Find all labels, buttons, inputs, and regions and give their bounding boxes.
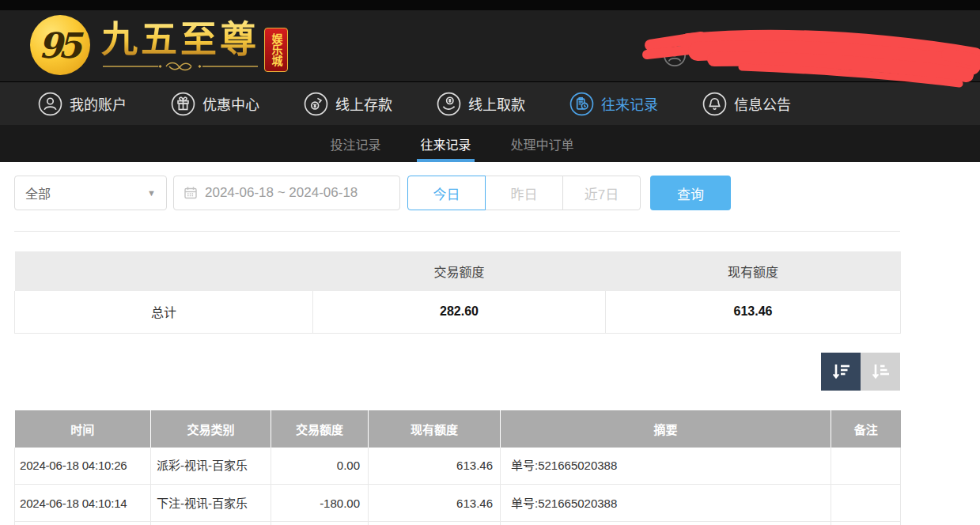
nav-label: 优惠中心 bbox=[202, 93, 259, 114]
table-row: 2024-06-18 04:10:14 下注-视讯-百家乐 -180.00 61… bbox=[15, 485, 901, 522]
nav-item-announcements[interactable]: 信息公告 bbox=[702, 92, 791, 116]
summary-table: 交易额度 现有额度 总计 282.60 613.46 bbox=[14, 251, 901, 334]
gift-icon bbox=[171, 92, 195, 116]
tab-pending-orders[interactable]: 处理中订单 bbox=[508, 125, 577, 162]
brand-header: 95 九五至尊 娱乐城 bbox=[0, 10, 980, 81]
cell-amount: 0.00 bbox=[271, 448, 369, 485]
summary-balance: 613.46 bbox=[606, 291, 901, 333]
cell-summary: 单号:521665020388 bbox=[501, 448, 831, 485]
sort-desc-icon bbox=[830, 361, 852, 383]
table-row-clipped bbox=[15, 522, 901, 525]
bell-icon bbox=[702, 92, 727, 116]
summary-header-empty bbox=[15, 251, 313, 291]
type-select[interactable]: 全部 ▼ bbox=[14, 176, 167, 210]
main-nav: 我的账户 优惠中心 线上存款 线上取款 往来 bbox=[0, 81, 980, 125]
summary-total-row: 总计 282.60 613.46 bbox=[15, 291, 901, 333]
filter-bar: 全部 ▼ 2024-06-18 ~ 2024-06-18 今日 昨日 近7日 查… bbox=[14, 176, 900, 210]
nav-label: 线上存款 bbox=[335, 93, 392, 114]
nav-label: 信息公告 bbox=[734, 93, 791, 114]
cell-remark bbox=[831, 485, 901, 522]
summary-header-balance: 现有额度 bbox=[606, 251, 901, 291]
table-row: 2024-06-18 04:10:26 派彩-视讯-百家乐 0.00 613.4… bbox=[15, 448, 901, 485]
quick-today-button[interactable]: 今日 bbox=[407, 176, 486, 210]
chevron-down-icon: ▼ bbox=[147, 188, 156, 198]
date-range-input[interactable]: 2024-06-18 ~ 2024-06-18 bbox=[173, 176, 400, 210]
badge-label: 娱乐城 bbox=[264, 28, 288, 72]
records-header-row: 时间 交易类别 交易额度 现有额度 摘要 备注 bbox=[15, 410, 901, 448]
quick-yesterday-button[interactable]: 昨日 bbox=[485, 176, 563, 210]
quick-last7days-button[interactable]: 近7日 bbox=[562, 176, 641, 210]
summary-header-trade: 交易额度 bbox=[313, 251, 606, 291]
cell-category: 下注-视讯-百家乐 bbox=[151, 485, 271, 522]
section-divider bbox=[14, 231, 900, 232]
summary-total-label: 总计 bbox=[15, 291, 313, 333]
nav-item-promotions[interactable]: 优惠中心 bbox=[171, 92, 259, 116]
flourish-ornament bbox=[101, 61, 259, 72]
summary-trade-amount: 282.60 bbox=[313, 291, 606, 333]
tab-bet-records[interactable]: 投注记录 bbox=[327, 125, 384, 162]
tab-transaction-records[interactable]: 往来记录 bbox=[417, 125, 474, 162]
site-name: 九五至尊 bbox=[101, 18, 259, 59]
cell-summary: 单号:521665020388 bbox=[501, 485, 831, 522]
site-logo[interactable]: 95 九五至尊 娱乐城 bbox=[30, 15, 288, 75]
nav-item-transaction-records[interactable]: 往来记录 bbox=[569, 92, 658, 116]
cell-balance: 613.46 bbox=[369, 485, 501, 522]
sort-asc-icon bbox=[869, 361, 891, 383]
col-summary: 摘要 bbox=[501, 410, 831, 448]
sort-controls bbox=[14, 353, 900, 391]
cell-time: 2024-06-18 04:10:26 bbox=[15, 448, 151, 485]
date-range-value: 2024-06-18 ~ 2024-06-18 bbox=[205, 185, 358, 201]
user-avatar-icon[interactable] bbox=[663, 43, 687, 70]
nav-label: 我的账户 bbox=[70, 93, 127, 114]
sort-asc-button[interactable] bbox=[861, 353, 900, 391]
summary-header-row: 交易额度 现有额度 bbox=[15, 251, 901, 291]
cell-balance: 613.46 bbox=[369, 448, 501, 485]
nav-item-my-account[interactable]: 我的账户 bbox=[38, 92, 127, 116]
cell-amount: -180.00 bbox=[271, 485, 369, 522]
search-button[interactable]: 查询 bbox=[650, 176, 731, 210]
nav-label: 往来记录 bbox=[601, 93, 658, 114]
cell-remark bbox=[831, 448, 901, 485]
sort-desc-button[interactable] bbox=[821, 353, 861, 391]
sub-nav: 投注记录 往来记录 处理中订单 bbox=[0, 125, 980, 162]
cell-category: 派彩-视讯-百家乐 bbox=[151, 448, 271, 485]
nav-item-deposit[interactable]: 线上存款 bbox=[304, 92, 392, 116]
logo-monogram: 95 bbox=[30, 15, 90, 75]
col-time: 时间 bbox=[15, 410, 151, 448]
col-balance: 现有额度 bbox=[369, 410, 501, 448]
nav-label: 线上取款 bbox=[468, 93, 525, 114]
user-icon bbox=[38, 92, 62, 116]
withdraw-icon bbox=[437, 92, 461, 116]
col-remark: 备注 bbox=[831, 410, 901, 448]
deposit-icon bbox=[304, 92, 328, 116]
top-strip bbox=[0, 0, 980, 10]
records-table: 时间 交易类别 交易额度 现有额度 摘要 备注 2024-06-18 04:10… bbox=[14, 410, 901, 525]
quick-range-group: 今日 昨日 近7日 bbox=[407, 176, 641, 210]
main-content: 全部 ▼ 2024-06-18 ~ 2024-06-18 今日 昨日 近7日 查… bbox=[14, 176, 900, 525]
type-select-value: 全部 bbox=[25, 183, 51, 202]
records-icon bbox=[569, 92, 594, 116]
nav-item-withdraw[interactable]: 线上取款 bbox=[437, 92, 525, 116]
cell-time: 2024-06-18 04:10:14 bbox=[15, 485, 151, 522]
calendar-icon bbox=[184, 186, 198, 200]
col-amount: 交易额度 bbox=[271, 410, 369, 448]
col-category: 交易类别 bbox=[151, 410, 271, 448]
